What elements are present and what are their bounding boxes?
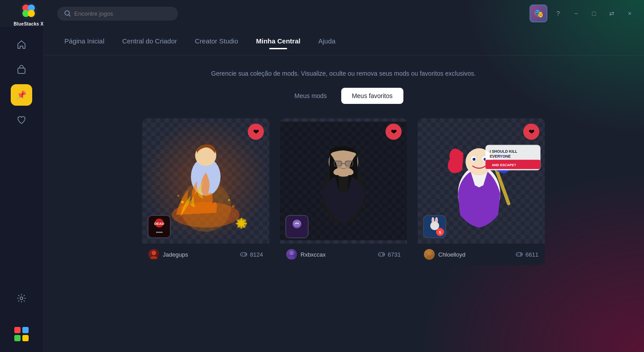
tab-pagina-inicial[interactable]: Página Inicial <box>64 34 104 48</box>
toggle-group: Meus mods Meus favoritos <box>64 88 623 104</box>
svg-rect-12 <box>22 335 29 341</box>
card-2-image: ❤ <box>280 118 407 244</box>
card-3[interactable]: I SHOULD KILL EVERYONE AND ESCAPE? <box>418 118 545 265</box>
restore-button[interactable]: ⇄ <box>605 6 619 21</box>
card-3-stat-count: 6611 <box>525 251 538 258</box>
card-3-user: Chloelloyd <box>424 249 466 260</box>
help-button[interactable]: ? <box>551 6 565 21</box>
svg-point-42 <box>289 251 294 255</box>
svg-point-19 <box>228 199 230 201</box>
card-1-avatar <box>148 249 159 260</box>
card-2-game-badge <box>285 215 309 238</box>
tab-creator-studio[interactable]: Creator Studio <box>195 34 238 48</box>
svg-point-44 <box>380 254 381 255</box>
svg-rect-10 <box>22 327 29 333</box>
svg-point-67 <box>436 218 437 223</box>
card-3-image: I SHOULD KILL EVERYONE AND ESCAPE? <box>418 118 545 244</box>
cards-grid: DEAD ■■■■■ ❤ Jadegups <box>142 118 545 265</box>
svg-line-6 <box>69 15 70 16</box>
tab-central-criador[interactable]: Central do Criador <box>122 34 177 48</box>
sidebar-item-pinned[interactable] <box>11 84 32 106</box>
card-1-game-badge: DEAD ■■■■■ <box>148 215 171 238</box>
svg-point-55 <box>474 158 475 159</box>
meus-mods-button[interactable]: Meus mods <box>284 88 337 104</box>
card-1-game-icon: DEAD ■■■■■ <box>148 216 170 237</box>
card-1-info: Jadegups 8124 <box>142 244 269 265</box>
search-bar[interactable] <box>57 7 178 21</box>
sidebar <box>0 27 43 352</box>
card-3-stats: 6611 <box>516 251 538 258</box>
card-2[interactable]: ❤ Rxbxccax <box>280 118 407 265</box>
card-3-avatar <box>424 249 435 260</box>
store-icon <box>17 65 26 75</box>
svg-text:■■■■■: ■■■■■ <box>156 231 162 233</box>
sidebar-item-store[interactable] <box>11 59 32 81</box>
svg-point-47 <box>382 255 383 256</box>
main-content: Página Inicial Central do Criador Creato… <box>43 27 644 352</box>
svg-rect-11 <box>14 335 21 341</box>
gamepad-icon-2 <box>378 252 385 257</box>
sidebar-item-settings[interactable] <box>11 288 32 309</box>
svg-text:EVERYONE: EVERYONE <box>490 154 511 159</box>
svg-point-46 <box>383 254 384 255</box>
bluestacks-bottom-logo-icon <box>13 326 30 342</box>
svg-point-75 <box>520 255 521 256</box>
card-1-user: Jadegups <box>148 249 188 260</box>
meus-favoritos-button[interactable]: Meus favoritos <box>341 88 403 104</box>
card-2-game-icon <box>286 216 308 237</box>
content-area: Gerencie sua coleção de mods. Visualize,… <box>43 56 644 352</box>
gamepad-icon-1 <box>240 252 247 257</box>
card-1[interactable]: DEAD ■■■■■ ❤ Jadegups <box>142 118 269 265</box>
svg-rect-7 <box>18 68 25 73</box>
user-avatar-button[interactable]: 🎭 <box>530 4 547 22</box>
sidebar-item-favorites[interactable] <box>11 109 32 131</box>
svg-point-4 <box>28 10 35 17</box>
svg-point-29 <box>245 253 246 254</box>
card-2-user: Rxbxccax <box>286 249 326 260</box>
svg-point-74 <box>521 254 522 255</box>
sidebar-item-home[interactable] <box>11 34 32 56</box>
card-2-heart-button[interactable]: ❤ <box>386 124 402 140</box>
svg-rect-36 <box>345 161 353 166</box>
close-button[interactable]: × <box>623 6 637 21</box>
svg-text:AND ESCAPE?: AND ESCAPE? <box>492 163 517 167</box>
card-1-stat-count: 8124 <box>250 251 263 258</box>
settings-icon <box>17 293 26 303</box>
svg-point-66 <box>432 218 434 223</box>
heart-icon <box>17 115 26 125</box>
svg-point-18 <box>178 195 179 197</box>
search-input[interactable] <box>74 10 171 17</box>
svg-point-8 <box>20 297 23 300</box>
card-1-username: Jadegups <box>163 251 188 258</box>
svg-point-0 <box>20 2 38 20</box>
card-1-stats: 8124 <box>240 251 263 258</box>
app-name: BlueStacks X <box>14 21 44 26</box>
svg-point-17 <box>181 201 184 203</box>
card-3-avatar-icon <box>424 249 435 260</box>
svg-point-26 <box>152 251 156 255</box>
card-3-game-badge: 5 <box>423 215 446 238</box>
home-icon <box>17 40 26 50</box>
svg-point-30 <box>246 254 246 255</box>
card-3-heart-button[interactable]: ❤ <box>523 124 539 140</box>
svg-point-72 <box>517 254 518 255</box>
bluestacks-logo-icon <box>19 1 38 21</box>
card-2-avatar <box>286 249 297 260</box>
card-1-heart-button[interactable]: ❤ <box>248 124 264 140</box>
svg-rect-9 <box>14 327 21 333</box>
card-1-avatar-icon <box>148 249 159 260</box>
svg-rect-35 <box>334 161 342 166</box>
card-3-game-icon: 5 <box>424 216 445 237</box>
card-2-stat-count: 6731 <box>388 251 401 258</box>
card-2-avatar-icon <box>286 249 297 260</box>
tab-minha-central[interactable]: Minha Central <box>256 34 301 48</box>
card-2-stats: 6731 <box>378 251 401 258</box>
maximize-button[interactable]: □ <box>587 6 601 21</box>
svg-point-73 <box>520 253 521 254</box>
search-icon <box>64 10 71 17</box>
minimize-button[interactable]: − <box>569 6 583 21</box>
sidebar-bluestacks-logo[interactable] <box>11 323 32 345</box>
card-2-info: Rxbxccax 6731 <box>280 244 407 265</box>
tab-ajuda[interactable]: Ajuda <box>318 34 335 48</box>
page-subtitle: Gerencie sua coleção de mods. Visualize,… <box>64 70 623 77</box>
